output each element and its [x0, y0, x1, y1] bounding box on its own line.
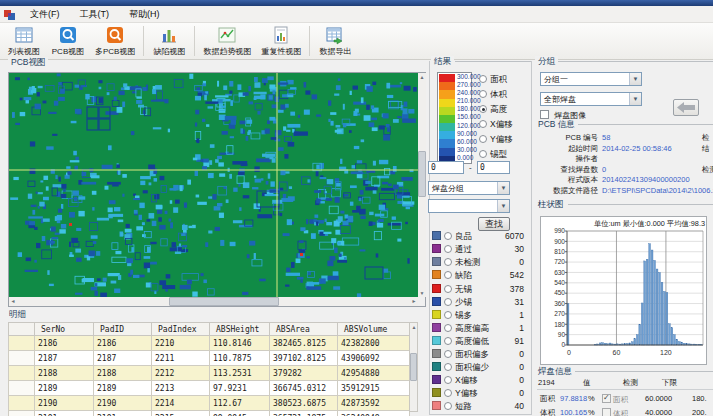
- detail-table[interactable]: SerNoPadIDPadIndexABSHeightABSAreaABSVol…: [8, 322, 410, 416]
- legend-row[interactable]: 少锡31: [432, 297, 528, 309]
- radio-icon[interactable]: [444, 245, 452, 253]
- metric-radio-2[interactable]: 高度: [479, 104, 507, 116]
- column-header-ABSHeight[interactable]: ABSHeight: [210, 323, 270, 336]
- scroll-left-icon[interactable]: ◄: [9, 297, 17, 305]
- column-header-PadID[interactable]: PadID: [94, 323, 152, 336]
- pad-info-check-row[interactable]: 面积: [602, 394, 628, 405]
- row-selector[interactable]: [9, 366, 35, 381]
- table-row[interactable]: 218721872211110.7875397102.812543906092: [9, 351, 410, 366]
- radio-icon[interactable]: [479, 150, 487, 158]
- radio-icon[interactable]: [479, 75, 487, 83]
- column-header-PadIndex[interactable]: PadIndex: [152, 323, 210, 336]
- radio-icon[interactable]: [444, 350, 452, 358]
- radio-icon[interactable]: [444, 324, 452, 332]
- find-button[interactable]: 查找: [478, 217, 510, 231]
- radio-icon[interactable]: [479, 135, 487, 143]
- metric-radio-1[interactable]: 体积: [479, 89, 507, 101]
- pad-info-row-label: 体积: [540, 408, 555, 416]
- radio-icon[interactable]: [479, 120, 487, 128]
- radio-icon[interactable]: [479, 90, 487, 98]
- pcb-board-canvas[interactable]: [9, 73, 418, 297]
- scroll-down-icon[interactable]: ▼: [418, 289, 426, 297]
- chevron-down-icon[interactable]: ▼: [497, 200, 509, 212]
- pad-image-checkbox[interactable]: [540, 110, 549, 119]
- legend-row[interactable]: 良品6070: [432, 231, 528, 243]
- chevron-down-icon[interactable]: ▼: [629, 73, 641, 85]
- range-from-input[interactable]: [428, 161, 464, 174]
- scroll-up-icon[interactable]: ▲: [418, 73, 426, 81]
- chevron-down-icon[interactable]: ▼: [497, 182, 509, 194]
- row-selector[interactable]: [9, 381, 35, 396]
- radio-icon[interactable]: [444, 311, 452, 319]
- radio-icon[interactable]: [444, 363, 452, 371]
- legend-row[interactable]: 通过30: [432, 244, 528, 256]
- detail-vertical-scrollbar[interactable]: ▲: [409, 322, 418, 412]
- detail-vscroll-thumb[interactable]: [410, 353, 417, 381]
- row-selector[interactable]: [9, 336, 35, 351]
- back-arrow-button[interactable]: [673, 99, 699, 116]
- metric-radio-0[interactable]: 面积: [479, 74, 507, 86]
- table-row[interactable]: 21892189221397.9231366745.031235912915: [9, 381, 410, 396]
- radio-icon[interactable]: [444, 258, 452, 266]
- metric-radio-4[interactable]: Y偏移: [479, 134, 513, 146]
- column-header-ABSVolume[interactable]: ABSVolume: [338, 323, 410, 336]
- menu-item-0[interactable]: 文件(F): [21, 6, 69, 23]
- pcb-hscroll-thumb[interactable]: [169, 297, 279, 306]
- legend-row[interactable]: 面积偏多0: [432, 349, 528, 361]
- toolbar-button-7[interactable]: 重复性视图: [256, 24, 306, 58]
- table-row[interactable]: 218621862210110.8146382465.812542382800: [9, 336, 410, 351]
- radio-icon[interactable]: [444, 285, 452, 293]
- metric-radio-3[interactable]: X偏移: [479, 119, 513, 131]
- checkbox-icon[interactable]: [602, 394, 611, 403]
- radio-icon[interactable]: [444, 232, 452, 240]
- pcb-info-right-fragment: 检测: [702, 165, 713, 175]
- radio-icon[interactable]: [444, 298, 452, 306]
- toolbar-button-1[interactable]: PCB视图: [46, 24, 90, 58]
- menu-item-2[interactable]: 帮助(H): [120, 6, 169, 23]
- legend-row[interactable]: 面积偏少0: [432, 362, 528, 374]
- range-to-input[interactable]: [477, 161, 510, 174]
- radio-icon[interactable]: [479, 105, 487, 113]
- group-select-dropdown[interactable]: 分组一 ▼: [540, 72, 642, 86]
- legend-row[interactable]: 未检测0: [432, 257, 528, 269]
- row-selector[interactable]: [9, 411, 35, 416]
- pad-group-dropdown[interactable]: 焊盘分组 ▼: [428, 181, 510, 195]
- table-row[interactable]: 21912191221599.0945365721.187536240948: [9, 411, 410, 416]
- legend-row[interactable]: 缺陷542: [432, 270, 528, 282]
- table-row[interactable]: 218821882212113.253137928242954880: [9, 366, 410, 381]
- row-selector[interactable]: [9, 351, 35, 366]
- checkbox-icon[interactable]: [602, 408, 611, 416]
- toolbar-button-4[interactable]: 缺陷视图: [147, 24, 191, 58]
- legend-row[interactable]: 无锡378: [432, 284, 528, 296]
- pcb-vertical-scrollbar[interactable]: ▲ ▼: [418, 73, 426, 297]
- chevron-down-icon[interactable]: ▼: [629, 93, 641, 105]
- legend-row[interactable]: 短路40: [432, 401, 528, 413]
- row-selector[interactable]: [9, 396, 35, 411]
- sub-group-dropdown[interactable]: ▼: [428, 199, 510, 213]
- pad-select-dropdown[interactable]: 全部焊盘 ▼: [540, 92, 642, 106]
- pad-info-check-row[interactable]: 体积: [602, 408, 628, 416]
- legend-row[interactable]: 锡多1: [432, 310, 528, 322]
- toolbar-button-9[interactable]: 数据导出: [313, 24, 357, 58]
- legend-row[interactable]: 高度偏高1: [432, 323, 528, 335]
- radio-icon[interactable]: [444, 376, 452, 384]
- metric-radio-5[interactable]: 锡型: [479, 149, 507, 161]
- legend-row[interactable]: Y偏移0: [432, 388, 528, 400]
- pcb-horizontal-scrollbar[interactable]: ◄ ►: [9, 297, 418, 306]
- legend-row[interactable]: 高度偏低91: [432, 336, 528, 348]
- toolbar-button-2[interactable]: 多PCB视图: [90, 24, 140, 58]
- column-header-ABSArea[interactable]: ABSArea: [270, 323, 338, 336]
- scroll-right-icon[interactable]: ►: [410, 297, 418, 305]
- radio-icon[interactable]: [444, 271, 452, 279]
- menu-item-1[interactable]: 工具(T): [71, 6, 119, 23]
- radio-icon[interactable]: [444, 337, 452, 345]
- toolbar-button-0[interactable]: 列表视图: [2, 24, 46, 58]
- radio-icon[interactable]: [444, 389, 452, 397]
- detail-scroll-up-icon[interactable]: ▲: [410, 323, 418, 331]
- pcb-vscroll-thumb[interactable]: [418, 151, 426, 197]
- column-header-SerNo[interactable]: SerNo: [35, 323, 94, 336]
- radio-icon[interactable]: [444, 402, 452, 410]
- legend-row[interactable]: X偏移0: [432, 375, 528, 387]
- toolbar-button-6[interactable]: 数据趋势视图: [198, 24, 256, 58]
- table-row[interactable]: 219021902214112.67380523.687542873592: [9, 396, 410, 411]
